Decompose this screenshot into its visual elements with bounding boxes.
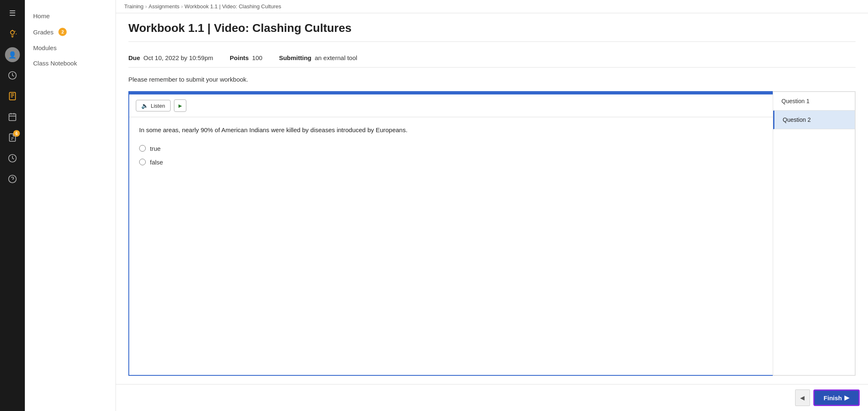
quiz-main: 🔈 Listen ▶ In some areas, nearly 90% of … [128,91,773,376]
svg-point-0 [10,31,14,34]
quiz-question-text: In some areas, nearly 90% of American In… [139,126,763,135]
quiz-controls: 🔈 Listen ▶ [129,94,773,117]
radio-true[interactable] [139,145,146,152]
avatar-icon[interactable]: 👤 [3,46,22,64]
points-value: 100 [252,54,263,61]
listen-label: Listen [151,103,165,109]
bottom-bar: ◀ Finish ▶ [116,384,868,411]
option-true-label: true [150,145,161,152]
option-false[interactable]: false [139,159,763,166]
meta-row: Due Oct 10, 2022 by 10:59pm Points 100 S… [128,48,856,68]
svg-rect-9 [9,114,16,121]
svg-rect-5 [10,92,16,100]
due-meta: Due Oct 10, 2022 by 10:59pm [128,54,213,61]
question-sidebar: Question 1 Question 2 [773,91,856,376]
breadcrumb-assignments[interactable]: Assignments [149,3,179,10]
nav-panel: Home Grades 2 Modules Class Notebook [25,0,116,411]
option-false-label: false [150,159,163,166]
submitting-value: an external tool [315,54,357,61]
finish-arrow-icon: ▶ [844,394,849,401]
submitting-meta: Submitting an external tool [279,54,357,61]
due-value: Oct 10, 2022 by 10:59pm [143,54,213,61]
submitting-label: Submitting [279,54,311,61]
main-content: Training › Assignments › Workbook 1.1 | … [116,0,868,411]
submissions-icon[interactable]: 6 [3,128,22,147]
clock-icon[interactable] [3,66,22,85]
nav-item-home[interactable]: Home [25,8,116,24]
breadcrumb-current: Workbook 1.1 | Video: Clashing Cultures [185,3,281,10]
points-meta: Points 100 [230,54,263,61]
breadcrumb: Training › Assignments › Workbook 1.1 | … [116,0,868,13]
prev-icon: ◀ [800,394,805,401]
play-button[interactable]: ▶ [174,99,186,112]
nav-item-class-notebook[interactable]: Class Notebook [25,56,116,71]
prev-button[interactable]: ◀ [795,389,810,406]
quiz-body: In some areas, nearly 90% of American In… [129,117,773,181]
content-area: Workbook 1.1 | Video: Clashing Cultures … [116,13,868,384]
points-label: Points [230,54,249,61]
history-icon[interactable] [3,149,22,167]
left-sidebar: ☰ 👤 6 [0,0,25,411]
breadcrumb-sep-2: › [181,3,183,10]
page-title: Workbook 1.1 | Video: Clashing Cultures [128,22,856,42]
question-nav-2[interactable]: Question 2 [773,111,855,129]
notebook-icon[interactable] [3,87,22,105]
breadcrumb-training[interactable]: Training [124,3,143,10]
breadcrumb-sep-1: › [145,3,147,10]
reminder-text: Please remember to submit your workbook. [128,76,856,83]
speaker-icon: 🔈 [141,102,148,109]
menu-icon[interactable]: ☰ [3,4,22,22]
nav-item-grades[interactable]: Grades 2 [25,24,116,40]
radio-false[interactable] [139,159,146,165]
finish-button[interactable]: Finish ▶ [813,389,860,406]
listen-button[interactable]: 🔈 Listen [136,100,171,111]
help-icon[interactable] [3,170,22,188]
grades-badge: 2 [58,28,67,36]
lightbulb-icon[interactable] [3,25,22,43]
due-label: Due [128,54,140,61]
play-icon: ▶ [178,103,182,109]
svg-line-2 [15,31,15,31]
option-true[interactable]: true [139,145,763,152]
quiz-wrapper: 🔈 Listen ▶ In some areas, nearly 90% of … [128,91,856,376]
nav-item-modules[interactable]: Modules [25,40,116,56]
finish-label: Finish [824,394,842,401]
calendar-icon[interactable] [3,108,22,126]
question-nav-1[interactable]: Question 1 [773,92,855,111]
